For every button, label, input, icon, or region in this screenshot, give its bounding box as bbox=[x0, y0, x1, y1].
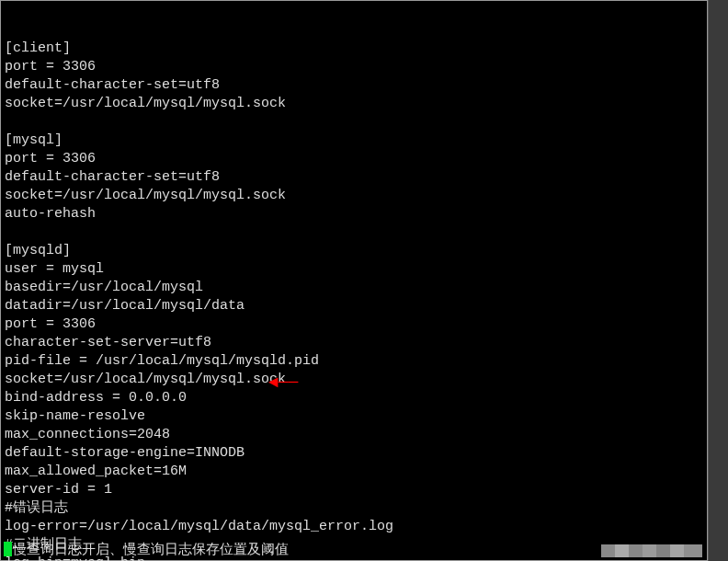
last-line-text: 慢查询日志开启、慢查询日志保存位置及阈值 bbox=[13, 542, 289, 560]
censored-watermark bbox=[601, 544, 702, 557]
terminal-window: [client] port = 3306 default-character-s… bbox=[0, 0, 708, 561]
text-cursor bbox=[4, 542, 12, 556]
vertical-scrollbar[interactable] bbox=[708, 0, 728, 561]
config-text: [client] port = 3306 default-character-s… bbox=[5, 40, 703, 561]
